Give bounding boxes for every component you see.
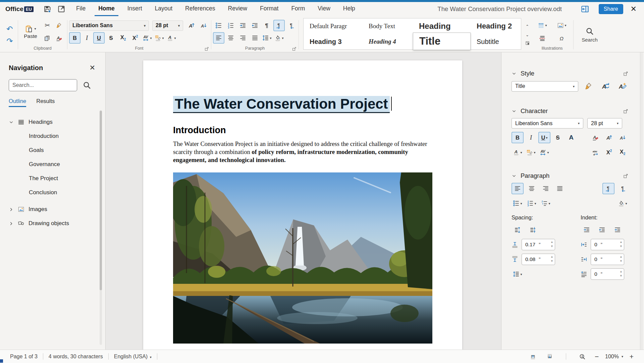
tree-item-introduction[interactable]: Introduction — [9, 129, 105, 143]
zoom-reset-button[interactable]: 1 — [576, 351, 588, 362]
sidebar-character-spacing-button[interactable]: AV▾ — [538, 147, 550, 158]
right-to-left-button[interactable]: ¶ — [285, 20, 297, 31]
spinner-arrows[interactable]: ▲▼ — [620, 255, 623, 263]
sidebar-highlight-button[interactable]: ab▾ — [525, 147, 537, 158]
undo-button[interactable]: ↶ — [3, 23, 16, 35]
new-style-button[interactable]: A — [616, 81, 629, 92]
insert-image-button[interactable]: ▾ — [556, 20, 568, 31]
paragraph-style-select[interactable]: Title▾ — [512, 81, 578, 92]
above-spacing-input[interactable]: 0.17” ▲▼ — [522, 239, 555, 250]
decrease-paragraph-spacing-button[interactable] — [527, 224, 539, 236]
styles-scroll-down-button[interactable]: ⌄ — [523, 31, 531, 39]
styles-scroll-up-button[interactable]: ⌃ — [523, 23, 531, 30]
ribbon-search-button[interactable]: Search — [575, 17, 604, 52]
tree-item-images[interactable]: Images — [9, 202, 105, 216]
navigation-search-icon[interactable] — [83, 81, 91, 90]
open-in-new-window-button[interactable] — [56, 4, 67, 14]
menu-review[interactable]: Review — [224, 2, 251, 16]
strikethrough-button[interactable]: S — [105, 32, 117, 44]
cut-button[interactable]: ✂ — [42, 20, 53, 31]
zoom-in-button[interactable]: + — [628, 353, 635, 361]
sidebar-scrollbar[interactable] — [640, 52, 643, 350]
menu-format[interactable]: Format — [256, 2, 282, 16]
font-dialog-launcher-icon[interactable] — [204, 46, 209, 51]
sidebar-rtl-button[interactable]: ¶ — [616, 183, 629, 194]
sidebar-subscript-button[interactable]: X2 — [616, 147, 629, 158]
highlight-color-button[interactable]: ab▾ — [154, 32, 165, 44]
sidebar-bold-button[interactable]: B — [512, 132, 524, 143]
insert-special-character-button[interactable]: Ω — [556, 33, 568, 44]
style-heading-4[interactable]: Heading 4 — [363, 34, 413, 49]
navigation-close-button[interactable]: ✕ — [89, 64, 95, 72]
superscript-button[interactable]: X2 — [129, 32, 141, 44]
menu-form[interactable]: Form — [287, 2, 309, 16]
decrease-indent-button[interactable] — [249, 20, 261, 31]
style-heading-3[interactable]: Heading 3 — [304, 34, 363, 49]
sidebar-line-spacing-button[interactable]: ▾ — [512, 268, 524, 280]
menu-file[interactable]: File — [72, 2, 89, 16]
increase-indent-button[interactable] — [237, 20, 249, 31]
zoom-level-select[interactable]: 100%▾ — [605, 354, 623, 360]
tree-item-conclusion[interactable]: Conclusion — [9, 186, 105, 200]
character-spacing-button[interactable]: AV▾ — [142, 32, 153, 44]
sidebar-shrink-font-button[interactable]: A — [616, 132, 629, 143]
sidebar-bullet-list-button[interactable]: ▾ — [512, 198, 524, 209]
styles-more-button[interactable] — [523, 40, 531, 47]
document-paragraph[interactable]: The Water Conservation Project is an ini… — [173, 140, 432, 164]
line-spacing-button[interactable]: ▾ — [261, 32, 273, 44]
redo-button[interactable]: ↷ — [3, 35, 16, 47]
style-dialog-launcher-icon[interactable] — [623, 71, 629, 76]
style-title-selected[interactable]: Title — [413, 33, 471, 50]
sidebar-increase-indent-button[interactable] — [581, 224, 593, 236]
sidebar-align-justify-button[interactable] — [554, 183, 566, 194]
style-section-header[interactable]: Style — [512, 70, 629, 77]
sidebar-outline-list-button[interactable]: 1▾ — [540, 198, 552, 209]
sidebar-background-color-button[interactable]: ▾ — [616, 198, 629, 209]
align-right-button[interactable] — [237, 32, 249, 44]
spinner-arrows[interactable]: ▲▼ — [620, 240, 623, 249]
paragraph-section-header[interactable]: Paragraph — [512, 172, 629, 179]
style-body-text[interactable]: Body Text — [363, 18, 413, 34]
font-size-select[interactable]: 28 pt▾ — [152, 20, 183, 31]
left-to-right-button[interactable]: ¶ — [273, 20, 285, 31]
save-button[interactable] — [42, 4, 53, 14]
clear-formatting-button[interactable]: A — [54, 33, 65, 44]
menu-layout[interactable]: Layout — [151, 2, 176, 16]
tree-item-the-project[interactable]: The Project — [9, 171, 105, 186]
sidebar-clear-formatting-button[interactable]: A — [590, 132, 602, 143]
insert-page-break-button[interactable] — [537, 33, 548, 44]
zoom-out-button[interactable]: − — [593, 353, 600, 361]
numbered-list-button[interactable]: 123 — [225, 20, 236, 31]
after-text-indent-input[interactable]: 0” ▲▼ — [591, 254, 624, 265]
before-text-indent-input[interactable]: 0” ▲▼ — [591, 239, 624, 250]
sidebar-align-right-button[interactable] — [540, 183, 552, 194]
spinner-arrows[interactable]: ▲▼ — [620, 269, 623, 278]
sidebar-italic-button[interactable]: I — [525, 132, 537, 143]
menu-references[interactable]: References — [181, 2, 219, 16]
document-heading-introduction[interactable]: Introduction — [173, 125, 432, 136]
italic-button[interactable]: I — [81, 32, 93, 44]
next-page-button[interactable] — [544, 351, 556, 362]
sidebar-align-left-button[interactable] — [512, 183, 524, 194]
first-line-indent-input[interactable]: 0” ▲▼ — [591, 268, 624, 280]
clone-formatting-button[interactable] — [583, 81, 595, 92]
word-count[interactable]: 4 words, 30 characters — [49, 354, 103, 360]
tree-item-drawing-objects[interactable]: Drawing objects — [9, 216, 105, 230]
share-button[interactable]: Share — [599, 4, 623, 14]
style-default-paragraph[interactable]: Default Paragr — [304, 18, 363, 34]
insert-table-button[interactable]: ▾ — [537, 20, 548, 31]
menu-insert[interactable]: Insert — [124, 2, 146, 16]
sidebar-align-center-button[interactable] — [526, 183, 538, 194]
sidebar-numbered-list-button[interactable]: 123▾ — [526, 198, 538, 209]
sidebar-toggle-button[interactable] — [579, 4, 591, 14]
spinner-arrows[interactable]: ▲▼ — [550, 255, 553, 263]
page-count[interactable]: Page 1 of 3 — [10, 354, 38, 360]
sidebar-ltr-button[interactable]: ¶ — [602, 183, 614, 194]
document-heading-title[interactable]: The Water Conservation Project — [173, 96, 390, 113]
format-paintbrush-button[interactable] — [54, 20, 65, 31]
language-select[interactable]: English (USA) ▾ — [114, 354, 152, 360]
spinner-arrows[interactable]: ▲▼ — [550, 240, 553, 249]
paragraph-background-button[interactable]: ▾ — [273, 32, 285, 44]
navigation-scrollbar[interactable] — [100, 110, 102, 345]
menu-help[interactable]: Help — [339, 2, 359, 16]
